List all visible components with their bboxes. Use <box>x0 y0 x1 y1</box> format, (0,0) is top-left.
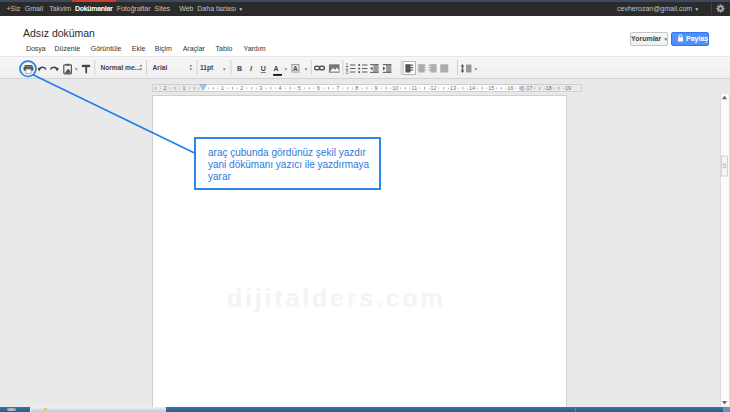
svg-text:Normal me...: Normal me... <box>101 64 141 71</box>
svg-text:9: 9 <box>375 85 378 91</box>
svg-text:A: A <box>293 65 298 72</box>
svg-text:B: B <box>237 65 242 72</box>
svg-text:7: 7 <box>336 85 339 91</box>
svg-text:10: 10 <box>392 85 398 91</box>
svg-text:4: 4 <box>279 85 282 91</box>
svg-text:11: 11 <box>412 85 418 91</box>
svg-text:14: 14 <box>469 85 475 91</box>
svg-text:3: 3 <box>346 69 349 75</box>
svg-text:1: 1 <box>183 85 186 91</box>
svg-text:Arial: Arial <box>153 64 168 71</box>
svg-text:12: 12 <box>431 85 437 91</box>
svg-text:13: 13 <box>450 85 456 91</box>
svg-text:2: 2 <box>240 85 243 91</box>
svg-text:2: 2 <box>163 85 166 91</box>
svg-text:I: I <box>250 65 253 72</box>
svg-text:18: 18 <box>546 85 552 91</box>
svg-text:5: 5 <box>298 85 301 91</box>
svg-text:17: 17 <box>527 85 533 91</box>
svg-text:8: 8 <box>355 85 358 91</box>
svg-text:3: 3 <box>259 85 262 91</box>
svg-text:11pt: 11pt <box>200 64 214 72</box>
svg-text:U: U <box>261 65 266 72</box>
svg-text:15: 15 <box>488 85 494 91</box>
svg-text:1: 1 <box>221 85 224 91</box>
svg-text:6: 6 <box>317 85 320 91</box>
svg-text:A: A <box>274 65 279 72</box>
svg-text:16: 16 <box>507 85 513 91</box>
svg-text:19: 19 <box>565 85 571 91</box>
